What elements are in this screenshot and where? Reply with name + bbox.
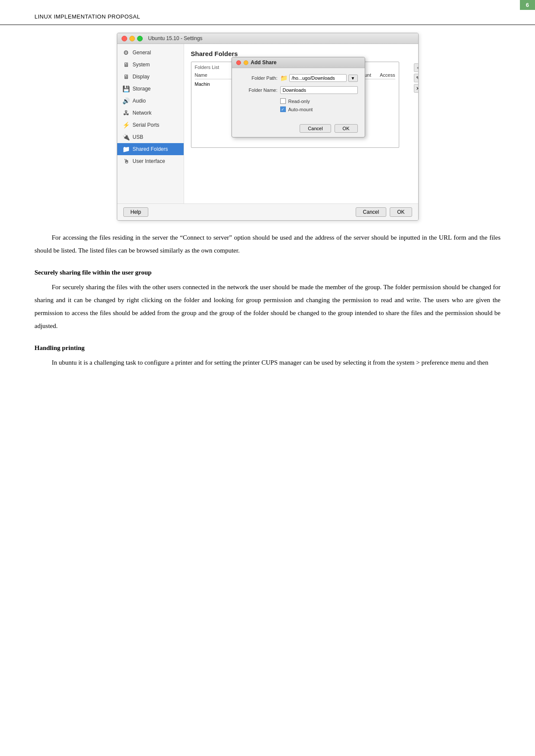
dialog-cancel-btn[interactable]: Cancel [300,124,331,133]
vbox-titlebar: Ubuntu 15.10 - Settings [117,33,418,44]
section-title: Shared Folders [191,50,411,57]
sidebar-label-system: System [133,62,150,68]
sidebar-item-display[interactable]: 🖥 Display [117,71,184,83]
folder-path-label: Folder Path: [239,75,278,81]
folder-name-input: Downloads [280,86,358,94]
folder-path-input: 📁 /ho...ugo/Downloads ▼ [280,74,358,82]
gear-icon: ⚙ [122,49,130,56]
sidebar-label-usb: USB [133,134,144,140]
dialog-close-btn[interactable] [236,60,241,65]
cancel-btn[interactable]: Cancel [356,207,386,217]
sidebar-label-network: Network [133,110,152,116]
col-access: Access [380,72,395,78]
automount-checkbox[interactable]: ✓ [280,106,286,112]
sidebar-label-storage: Storage [133,86,151,92]
add-folder-btn[interactable]: + [414,63,419,72]
paragraph-1: For accessing the files residing in the … [34,231,501,257]
folder-small-icon: 📁 [280,75,288,82]
network-icon: 🖧 [122,109,130,117]
col-name: Name [195,72,207,78]
sidebar-item-general[interactable]: ⚙ General [117,47,184,59]
row-name: Machin [195,81,210,87]
readonly-row: Read-only [280,98,358,104]
paragraph-3: In ubuntu it is a challenging task to co… [34,356,501,369]
sidebar-label-audio: Audio [133,98,146,104]
display-icon: 🖥 [122,73,130,81]
heading-2: Handling printing [34,344,501,352]
audio-icon: 🔊 [122,97,130,105]
minimize-btn[interactable] [129,36,135,41]
sidebar-label-user-interface: User Interface [133,158,165,164]
maximize-btn[interactable] [137,36,143,41]
vbox-sidebar: ⚙ General 🖥 System 🖥 Display 💾 Storage 🔊 [117,44,184,203]
folder-path-value[interactable]: /ho...ugo/Downloads [289,74,347,82]
sidebar-item-serial-ports[interactable]: ⚡ Serial Ports [117,119,184,131]
sidebar-item-storage[interactable]: 💾 Storage [117,83,184,95]
vbox-window-title: Ubuntu 15.10 - Settings [148,35,203,41]
dialog-footer: Cancel OK [232,121,365,137]
usb-icon: 🔌 [122,133,130,141]
close-btn[interactable] [122,36,127,41]
folder-name-label: Folder Name: [239,87,278,93]
paragraph-2: For securely sharing the files with the … [34,281,501,332]
readonly-label: Read-only [288,99,310,104]
folder-path-dropdown[interactable]: ▼ [348,75,358,82]
dialog-titlebar: Add Share [232,57,365,68]
sidebar-label-general: General [133,50,151,56]
vbox-main: ⚙ General 🖥 System 🖥 Display 💾 Storage 🔊 [117,44,418,203]
dialog-title: Add Share [251,59,277,66]
sidebar-label-serial-ports: Serial Ports [133,122,160,128]
dialog-body: Folder Path: 📁 /ho...ugo/Downloads ▼ Fol… [232,68,365,121]
storage-icon: 💾 [122,85,130,93]
main-content: Ubuntu 15.10 - Settings ⚙ General 🖥 Syst… [0,33,535,369]
sidebar-item-shared-folders[interactable]: 📁 Shared Folders [117,143,184,155]
automount-label: Auto-mount [288,107,313,112]
system-icon: 🖥 [122,61,130,69]
sidebar-item-user-interface[interactable]: 🖱 User Interface [117,155,184,167]
folders-actions: + ✎ ✕ [414,63,419,93]
add-share-dialog: Add Share Folder Path: 📁 /ho...ugo/Downl… [232,57,365,137]
help-btn[interactable]: Help [123,207,149,217]
ports-icon: ⚡ [122,121,130,129]
page-number: 6 [520,0,535,10]
sidebar-item-system[interactable]: 🖥 System [117,59,184,71]
remove-folder-btn[interactable]: ✕ [414,84,419,93]
readonly-checkbox[interactable] [280,98,286,104]
dialog-ok-btn[interactable]: OK [335,124,358,133]
screenshot-container: Ubuntu 15.10 - Settings ⚙ General 🖥 Syst… [117,33,419,221]
vbox-footer: Help Cancel OK [117,203,418,220]
sidebar-label-shared-folders: Shared Folders [133,146,168,152]
sidebar-label-display: Display [133,74,150,80]
dialog-min-btn[interactable] [244,60,248,65]
edit-folder-btn[interactable]: ✎ [414,74,419,82]
sidebar-item-audio[interactable]: 🔊 Audio [117,95,184,107]
heading-1: Securely sharing file within the user gr… [34,269,501,276]
sidebar-item-network[interactable]: 🖧 Network [117,107,184,119]
titlebar-buttons [122,36,143,41]
folder-path-row: Folder Path: 📁 /ho...ugo/Downloads ▼ [239,74,358,82]
ui-icon: 🖱 [122,157,130,165]
doc-header: LINUX IMPLEMENTATION PROPOSAL [0,0,535,25]
folder-name-value[interactable]: Downloads [280,86,358,94]
footer-right-btns: Cancel OK [356,207,412,217]
vbox-content-panel: Shared Folders Folders List Name Path Au… [184,44,418,203]
ok-btn[interactable]: OK [390,207,412,217]
shared-folders-icon: 📁 [122,145,130,153]
sidebar-item-usb[interactable]: 🔌 USB [117,131,184,143]
folder-name-row: Folder Name: Downloads [239,86,358,94]
automount-row: ✓ Auto-mount [280,106,358,112]
doc-title: LINUX IMPLEMENTATION PROPOSAL [34,13,140,20]
